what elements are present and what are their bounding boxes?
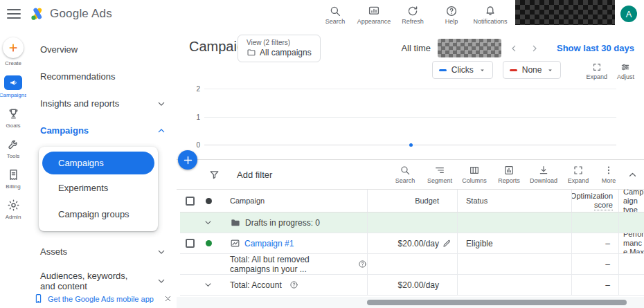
caret-down-icon xyxy=(546,66,554,74)
status-dot-enabled[interactable] xyxy=(206,240,212,246)
header-status[interactable]: Status xyxy=(457,190,571,212)
table-toolbar: Add filter Search Segment Columns Report… xyxy=(177,159,644,190)
redacted-account-info xyxy=(515,0,615,25)
sidebar-item-audiences[interactable]: Audiences, keywords, and content xyxy=(26,265,177,297)
submenu-item-campaigns-selected[interactable]: Campaigns xyxy=(42,152,154,174)
row-checkbox[interactable] xyxy=(186,239,195,248)
select-all-checkbox[interactable] xyxy=(186,197,195,206)
submenu-item-experiments[interactable]: Experiments xyxy=(39,174,158,201)
search-icon xyxy=(400,165,411,176)
phone-icon xyxy=(33,293,44,304)
sidebar-item-recommendations[interactable]: Recommendations xyxy=(26,63,177,90)
chevron-right-icon[interactable] xyxy=(526,40,543,57)
budget-value: $20.00/day xyxy=(398,239,439,248)
scrollbar-thumb[interactable] xyxy=(367,300,627,305)
folder-icon xyxy=(230,217,241,228)
header-campaign-type[interactable]: Campaign type xyxy=(618,190,644,212)
rail-item-billing[interactable]: Billing xyxy=(0,168,26,190)
redacted-date-range[interactable] xyxy=(438,39,501,57)
drafts-label[interactable]: Drafts in progress: 0 xyxy=(245,218,320,228)
y-tick-2: 2 xyxy=(192,85,200,93)
total-all-row: Total: All but removed campaigns in your… xyxy=(180,254,644,275)
columns-icon xyxy=(469,165,480,176)
chart-expand-button[interactable]: Expand xyxy=(586,61,607,80)
plus-icon xyxy=(183,155,193,165)
help-button[interactable]: Help xyxy=(433,3,469,25)
segment-icon xyxy=(434,165,445,176)
sidebar-item-overview[interactable]: Overview xyxy=(26,36,177,63)
budget-total-value: $20.00/day xyxy=(367,275,457,295)
opt-score-value: – xyxy=(571,254,618,274)
metric-dropdown-none[interactable]: None xyxy=(503,61,562,79)
add-campaign-fab[interactable] xyxy=(178,150,197,170)
mobile-app-link[interactable]: Get the Google Ads mobile app xyxy=(48,295,159,303)
avatar[interactable]: A xyxy=(620,6,637,22)
table-more-button[interactable]: More xyxy=(596,165,622,184)
collapse-chart-chevron-up-icon[interactable] xyxy=(622,169,643,181)
rail-item-tools[interactable]: Tools xyxy=(0,138,26,159)
sidebar-item-insights[interactable]: Insights and reports xyxy=(26,90,177,117)
chevron-down-icon[interactable] xyxy=(203,280,213,290)
header-optimization-score[interactable]: Optimization score xyxy=(571,190,618,212)
header-campaign[interactable]: Campaign xyxy=(227,190,367,212)
table-expand-button[interactable]: Expand xyxy=(561,165,596,184)
refresh-button[interactable]: Refresh xyxy=(395,3,431,25)
search-button[interactable]: Search xyxy=(317,3,353,25)
expand-icon xyxy=(573,165,584,176)
opt-score-value: – xyxy=(571,275,618,295)
receipt-icon xyxy=(7,168,20,181)
header-budget[interactable]: Budget xyxy=(367,190,457,212)
add-filter-button[interactable]: Add filter xyxy=(237,170,272,180)
sidebar-item-campaigns[interactable]: Campaigns xyxy=(26,117,177,144)
rail-item-campaigns[interactable]: Campaigns xyxy=(0,75,26,98)
table-reports-button[interactable]: Reports xyxy=(492,165,526,184)
y-tick-0: 0 xyxy=(192,141,200,149)
folder-icon xyxy=(247,48,256,57)
help-circle-icon[interactable] xyxy=(289,280,298,289)
table-download-button[interactable]: Download xyxy=(526,165,561,184)
sidebar-item-assets[interactable]: Assets xyxy=(26,238,177,265)
menu-icon[interactable] xyxy=(7,6,21,21)
chevron-down-icon[interactable] xyxy=(203,217,213,228)
campaign-name-link[interactable]: Campaign #1 xyxy=(244,239,294,248)
close-icon[interactable] xyxy=(163,294,172,303)
chevron-left-icon[interactable] xyxy=(506,40,522,57)
campaigns-submenu: Campaigns Experiments Campaign groups xyxy=(39,147,158,231)
rail-item-goals[interactable]: Goals xyxy=(0,107,26,129)
edit-pencil-icon[interactable] xyxy=(442,239,451,248)
opt-score-value: – xyxy=(571,233,618,253)
chevron-down-icon xyxy=(156,246,167,257)
metric-dropdown-clicks[interactable]: Clicks xyxy=(432,61,493,79)
more-vert-icon xyxy=(603,165,614,176)
status-dot-header xyxy=(206,198,212,204)
notifications-button[interactable]: Notifications xyxy=(472,3,508,25)
mobile-app-banner: Get the Google Ads mobile app xyxy=(33,293,172,304)
table-search-button[interactable]: Search xyxy=(388,165,422,184)
reports-icon xyxy=(503,165,515,176)
status-value: Eligible xyxy=(457,233,571,253)
chevron-down-icon xyxy=(156,275,167,287)
rail-item-admin[interactable]: Admin xyxy=(0,199,26,220)
chart-adjust-button[interactable]: Adjust xyxy=(617,61,634,80)
appearance-icon xyxy=(368,5,380,17)
rail-item-create[interactable]: Create xyxy=(0,28,26,66)
filter-view-chip[interactable]: View (2 filters) All campaigns xyxy=(238,35,321,62)
expand-icon xyxy=(592,62,602,72)
logo-text: Google Ads xyxy=(50,7,112,21)
sidebar-nav: Overview Recommendations Insights and re… xyxy=(26,28,177,308)
chart-controls: Clicks None Expand Adjust xyxy=(432,61,634,80)
horizontal-scrollbar xyxy=(177,297,644,308)
chevron-up-icon xyxy=(156,125,167,136)
appearance-button[interactable]: Appearance xyxy=(356,3,392,25)
table-columns-button[interactable]: Columns xyxy=(457,165,492,184)
table-segment-button[interactable]: Segment xyxy=(422,165,457,184)
filter-funnel-icon[interactable] xyxy=(208,169,220,181)
help-icon xyxy=(445,5,458,17)
date-range-cluster: All time Show last 30 days xyxy=(401,39,634,57)
time-range-label: All time xyxy=(401,43,431,53)
download-icon xyxy=(538,165,549,176)
help-circle-icon[interactable] xyxy=(358,260,367,269)
campaigns-megaphone-icon xyxy=(4,75,22,90)
submenu-item-campaign-groups[interactable]: Campaign groups xyxy=(39,201,158,227)
show-last-30-days-link[interactable]: Show last 30 days xyxy=(557,43,634,53)
